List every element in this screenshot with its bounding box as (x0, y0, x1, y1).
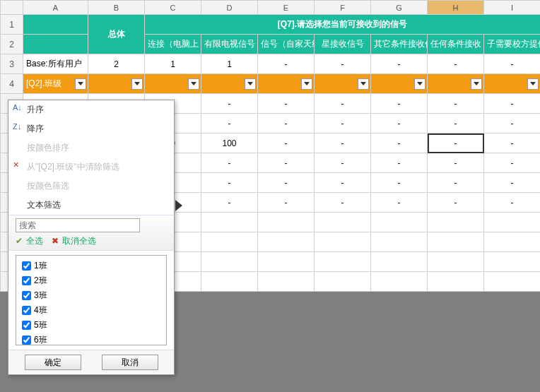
cell-F5[interactable]: - (315, 94, 371, 114)
text-filter[interactable]: 文本筛选 (8, 196, 174, 215)
cell-H6[interactable]: - (428, 114, 484, 133)
cell-B3[interactable]: 2 (88, 54, 145, 74)
filter-checkbox[interactable] (22, 335, 31, 345)
cell-F6[interactable]: - (315, 114, 371, 133)
cell-E9[interactable]: - (258, 173, 315, 193)
filter-item[interactable]: 1班 (19, 259, 163, 273)
col-head-G[interactable]: G (371, 1, 428, 15)
cell-G4[interactable] (371, 74, 428, 94)
filter-dropdown-C4[interactable] (188, 78, 199, 90)
cell-C2[interactable]: 连接（电脑上 (145, 35, 201, 54)
filter-item[interactable]: 6班 (19, 333, 163, 345)
col-head-I[interactable]: I (484, 1, 541, 15)
cell-G9[interactable]: - (371, 173, 428, 193)
filter-checkbox[interactable] (22, 276, 31, 285)
col-head-F[interactable]: F (315, 1, 371, 15)
filter-dropdown-E4[interactable] (301, 78, 312, 90)
cell-H3[interactable]: - (428, 54, 484, 74)
filter-item[interactable]: 2班 (19, 273, 163, 288)
filter-dropdown-D4[interactable] (245, 78, 256, 90)
cell-F3[interactable]: - (315, 54, 371, 74)
col-head-A[interactable]: A (23, 1, 88, 15)
cell-H10[interactable]: - (428, 193, 484, 213)
col-head-C[interactable]: C (145, 1, 201, 15)
cell-I5[interactable]: - (484, 94, 541, 114)
cell-G2[interactable]: 其它条件接收信 (371, 35, 428, 54)
cell-I9[interactable]: - (484, 173, 541, 193)
cell-I2[interactable]: 子需要校方提供 (484, 35, 541, 54)
filter-item[interactable]: 4班 (19, 303, 163, 318)
cell-G3[interactable]: - (371, 54, 428, 74)
cell-E10[interactable]: - (258, 193, 315, 213)
cell-D4[interactable] (201, 74, 258, 94)
cell-D6[interactable]: - (201, 114, 258, 133)
filter-dropdown-A4[interactable] (75, 78, 86, 90)
col-head-D[interactable]: D (201, 1, 258, 15)
filter-dropdown-F4[interactable] (358, 78, 369, 90)
cell-F9[interactable]: - (315, 173, 371, 193)
cell-A4[interactable]: [Q2].班级 (23, 74, 88, 94)
filter-checkbox[interactable] (22, 321, 31, 330)
cell-D8[interactable]: - (201, 153, 258, 173)
ok-button[interactable]: 确定 (25, 355, 81, 370)
row-head-2[interactable]: 2 (1, 35, 23, 54)
col-head-H[interactable]: H (428, 1, 484, 15)
cell-C4[interactable] (145, 74, 201, 94)
cell-D9[interactable]: - (201, 173, 258, 193)
cell-C3[interactable]: 1 (145, 54, 201, 74)
cell-D2[interactable]: 有限电视信号 (201, 35, 258, 54)
row-head-1[interactable]: 1 (1, 15, 23, 35)
cell-F10[interactable]: - (315, 193, 371, 213)
cell-D3[interactable]: 1 (201, 54, 258, 74)
filter-checkbox[interactable] (22, 261, 31, 271)
cell-q7-title[interactable]: [Q7].请选择您当前可接收到的信号 (145, 15, 541, 35)
cell-A3[interactable]: Base:所有用户 (23, 54, 88, 74)
row-head-4[interactable]: 4 (1, 74, 23, 94)
cell-E4[interactable] (258, 74, 315, 94)
cell-D10[interactable]: - (201, 193, 258, 213)
cell-G7[interactable]: - (371, 133, 428, 153)
col-head-B[interactable]: B (88, 1, 145, 15)
cell-E2[interactable]: 信号（自家天线 (258, 35, 315, 54)
deselect-all-link[interactable]: 取消全选 (62, 236, 96, 246)
sort-asc[interactable]: A↓ 升序 (8, 100, 174, 119)
cell-F4[interactable] (315, 74, 371, 94)
filter-dropdown-B4[interactable] (131, 78, 143, 90)
active-cell-H7[interactable]: - (428, 133, 484, 153)
cell-E3[interactable]: - (258, 54, 315, 74)
filter-item[interactable]: 3班 (19, 288, 163, 303)
filter-dropdown-I4[interactable] (527, 78, 539, 90)
cell-I6[interactable]: - (484, 114, 541, 133)
cell-G10[interactable]: - (371, 193, 428, 213)
cancel-button[interactable]: 取消 (102, 355, 158, 370)
cell-G5[interactable]: - (371, 94, 428, 114)
cell-F7[interactable]: - (315, 133, 371, 153)
cell-E5[interactable]: - (258, 94, 315, 114)
cell-D5[interactable]: - (201, 94, 258, 114)
filter-search-input[interactable] (16, 218, 140, 232)
select-all-link[interactable]: 全选 (26, 236, 43, 246)
filter-item[interactable]: 5班 (19, 318, 163, 333)
cell-H5[interactable]: - (428, 94, 484, 114)
cell-I4[interactable] (484, 74, 541, 94)
cell-A1[interactable] (23, 15, 88, 35)
filter-checkbox[interactable] (22, 291, 31, 300)
cell-H2[interactable]: 任何条件接收 (428, 35, 484, 54)
cell-A2[interactable] (23, 35, 88, 54)
sort-desc[interactable]: Z↓ 降序 (8, 119, 174, 138)
cell-H4[interactable] (428, 74, 484, 94)
cell-E7[interactable]: - (258, 133, 315, 153)
cell-G8[interactable]: - (371, 153, 428, 173)
filter-dropdown-H4[interactable] (471, 78, 482, 90)
cell-G6[interactable]: - (371, 114, 428, 133)
cell-H8[interactable]: - (428, 153, 484, 173)
col-head-E[interactable]: E (258, 1, 315, 15)
cell-E6[interactable]: - (258, 114, 315, 133)
cell-D7[interactable]: 100 (201, 133, 258, 153)
cell-F8[interactable]: - (315, 153, 371, 173)
filter-dropdown-G4[interactable] (414, 78, 425, 90)
cell-I7[interactable]: - (484, 133, 541, 153)
cell-I10[interactable]: - (484, 193, 541, 213)
cell-H9[interactable]: - (428, 173, 484, 193)
cell-I3[interactable]: - (484, 54, 541, 74)
